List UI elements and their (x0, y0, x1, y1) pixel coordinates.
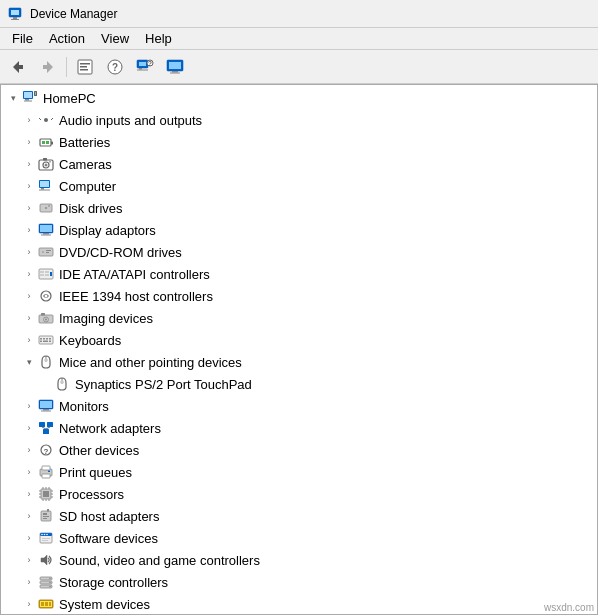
tree-item-cameras[interactable]: › Cameras (1, 153, 597, 175)
properties-button[interactable] (71, 54, 99, 80)
scan-button[interactable]: ? (131, 54, 159, 80)
svg-rect-19 (169, 62, 181, 69)
label-imaging: Imaging devices (59, 311, 153, 326)
toggle-other[interactable]: › (21, 442, 37, 458)
toggle-batteries[interactable]: › (21, 134, 37, 150)
tree-item-ieee[interactable]: › IEEE 1394 host controllers (1, 285, 597, 307)
help-button[interactable]: ? (101, 54, 129, 80)
svg-rect-71 (40, 338, 42, 340)
tree-root-homepc[interactable]: ▾ HomePC (1, 87, 597, 109)
menu-help[interactable]: Help (137, 29, 180, 48)
tree-item-processors[interactable]: › Proces (1, 483, 597, 505)
svg-rect-42 (40, 181, 49, 187)
tree-item-audio[interactable]: › Audio inputs and outputs (1, 109, 597, 131)
svg-rect-50 (40, 225, 52, 232)
svg-point-55 (42, 251, 44, 253)
tree-item-other[interactable]: › ? Other devices (1, 439, 597, 461)
toggle-display[interactable]: › (21, 222, 37, 238)
toggle-cameras[interactable]: › (21, 156, 37, 172)
tree-item-monitors[interactable]: › Monitors (1, 395, 597, 417)
label-ide: IDE ATA/ATAPI controllers (59, 267, 210, 282)
tree-item-sd[interactable]: › SD host adapters (1, 505, 597, 527)
tree-item-system[interactable]: › System devices (1, 593, 597, 615)
toggle-sound[interactable]: › (21, 552, 37, 568)
svg-rect-34 (42, 141, 45, 144)
toggle-print[interactable]: › (21, 464, 37, 480)
tree-item-mice[interactable]: ▾ Mice and other pointing devices (1, 351, 597, 373)
toggle-system[interactable]: › (21, 596, 37, 612)
toggle-computer[interactable]: › (21, 178, 37, 194)
svg-rect-94 (42, 466, 50, 470)
icon-ide (37, 265, 55, 283)
back-button[interactable] (4, 54, 32, 80)
tree-item-batteries[interactable]: › Batteries (1, 131, 597, 153)
svg-rect-85 (41, 411, 51, 412)
svg-rect-7 (80, 63, 90, 65)
icon-print (37, 463, 55, 481)
toggle-audio[interactable]: › (21, 112, 37, 128)
tree-item-imaging[interactable]: › Imaging devices (1, 307, 597, 329)
menu-action[interactable]: Action (41, 29, 93, 48)
svg-rect-121 (42, 538, 50, 539)
tree-item-print[interactable]: › Print queues (1, 461, 597, 483)
monitor-button[interactable] (161, 54, 189, 80)
toggle-keyboards[interactable]: › (21, 332, 37, 348)
toggle-sd[interactable]: › (21, 508, 37, 524)
svg-rect-43 (41, 188, 44, 190)
svg-rect-67 (41, 313, 45, 316)
svg-rect-112 (43, 513, 47, 515)
toggle-processors[interactable]: › (21, 486, 37, 502)
menu-file[interactable]: File (4, 29, 41, 48)
toggle-storage[interactable]: › (21, 574, 37, 590)
icon-imaging (37, 309, 55, 327)
svg-point-38 (45, 164, 48, 167)
toggle-ieee[interactable]: › (21, 288, 37, 304)
tree-item-sound[interactable]: › Sound, video and game controllers (1, 549, 597, 571)
toggle-monitors[interactable]: › (21, 398, 37, 414)
svg-rect-77 (49, 341, 51, 343)
icon-batteries (37, 133, 55, 151)
toggle-imaging[interactable]: › (21, 310, 37, 326)
tree-item-touchpad[interactable]: › Synaptics PS/2 Port TouchPad (1, 373, 597, 395)
tree-item-dvd[interactable]: › DVD/CD-ROM drives (1, 241, 597, 263)
label-ieee: IEEE 1394 host controllers (59, 289, 213, 304)
svg-rect-115 (47, 509, 49, 512)
svg-rect-134 (49, 602, 51, 606)
tree-item-ide[interactable]: › IDE ATA/ATAPI controllers (1, 263, 597, 285)
watermark: wsxdn.com (544, 602, 594, 613)
svg-rect-132 (41, 602, 44, 606)
svg-rect-74 (49, 338, 51, 340)
svg-point-47 (45, 207, 47, 209)
tree-item-computer[interactable]: › Computer (1, 175, 597, 197)
svg-rect-57 (46, 252, 49, 253)
svg-rect-86 (39, 422, 45, 427)
toggle-network[interactable]: › (21, 420, 37, 436)
svg-rect-33 (51, 142, 53, 145)
svg-rect-84 (43, 409, 49, 411)
icon-processors (37, 485, 55, 503)
icon-system (37, 595, 55, 613)
toggle-homepc[interactable]: ▾ (5, 90, 21, 106)
tree-item-keyboards[interactable]: › Keyboards (1, 329, 597, 351)
toggle-disk[interactable]: › (21, 200, 37, 216)
svg-rect-87 (47, 422, 53, 427)
tree-item-disk[interactable]: › Disk drives (1, 197, 597, 219)
toggle-software[interactable]: › (21, 530, 37, 546)
svg-rect-122 (42, 540, 48, 541)
menu-view[interactable]: View (93, 29, 137, 48)
tree-item-network[interactable]: › Network adapters (1, 417, 597, 439)
svg-line-90 (46, 427, 50, 429)
app-title: Device Manager (30, 7, 117, 21)
toggle-ide[interactable]: › (21, 266, 37, 282)
label-display: Display adaptors (59, 223, 156, 238)
label-processors: Processors (59, 487, 124, 502)
tree-item-software[interactable]: › Software devices (1, 527, 597, 549)
label-homepc: HomePC (43, 91, 96, 106)
svg-rect-88 (43, 429, 49, 434)
toggle-dvd[interactable]: › (21, 244, 37, 260)
toggle-mice[interactable]: ▾ (21, 354, 37, 370)
tree-item-storage[interactable]: › Storage controllers (1, 571, 597, 593)
forward-button[interactable] (34, 54, 62, 80)
svg-rect-21 (170, 72, 180, 73)
tree-item-display[interactable]: › Display adaptors (1, 219, 597, 241)
